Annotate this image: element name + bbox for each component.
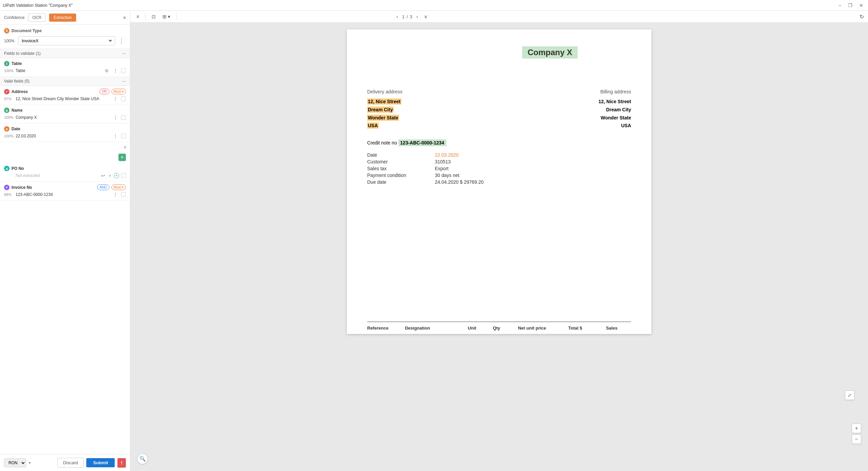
error-button[interactable]: ! [117,458,126,468]
restore-button[interactable]: ❐ [846,2,854,9]
po-no-undo-button[interactable]: ↩ [100,173,106,179]
page-separator: / [406,14,408,19]
info-val-due-date: 24.04.2020 $ 29769.20 [435,179,484,185]
tab-ocr[interactable]: OCR [28,14,46,22]
delivery-line2-highlight: Dream City [367,107,394,113]
tab-extraction[interactable]: Extraction [49,14,76,22]
table-field-name: Table [12,61,126,66]
delivery-line1-highlight: 12, Nice Street [367,98,401,105]
document-table-header: Reference Designation Unit Qty Net unit … [367,321,631,334]
col-reference: Reference [367,326,405,331]
info-row-sales-tax: Sales tax Export [367,166,499,171]
search-doc-button[interactable]: 🔍 [137,453,148,464]
info-key-due-date: Due date [367,179,435,185]
total-pages: 3 [410,14,412,19]
info-key-customer: Customer [367,159,435,164]
bottom-bar: RON USD EUR ▾ Discard Submit ! [0,454,130,471]
delivery-line3-highlight: Wonder State [367,115,399,121]
date-confidence: 100% [4,134,14,138]
confidence-label: Confidence [4,15,25,20]
toolbar-menu-button[interactable]: ≡ [134,13,141,20]
zoom-controls: ⤢ + − [852,424,861,444]
po-no-add-button[interactable]: + [108,173,112,179]
po-no-field-header: q PO No [4,166,126,171]
field-item-name: a Name 100% Company X ⋮ [0,105,130,124]
field-item-invoice-no: v Invoice No AND Must ▾ 98% 123-ABC-0000… [0,182,130,201]
doc-type-select[interactable]: InvoiceX Invoice Credit Note [18,36,115,45]
date-badge: o [4,126,9,132]
doc-type-more-button[interactable]: ⋮ [117,37,126,45]
next-page-button[interactable]: › [414,13,420,20]
valid-fields-header: Valid fields (5) — [0,77,130,86]
main-layout: Confidence OCR Extraction ≡ 0 Document T… [0,11,868,471]
valid-fields-dash: — [122,79,126,84]
po-no-checkbox[interactable] [121,173,126,178]
billing-line1: 12, Nice Street [512,98,631,106]
invoice-no-confidence: 98% [4,193,14,197]
zoom-out-button[interactable]: − [852,434,861,444]
address-checkbox[interactable] [121,96,126,101]
zoom-in-button[interactable]: + [852,424,861,433]
name-checkbox[interactable] [121,115,126,120]
delivery-line2: Dream City [367,106,486,114]
document-type-header: 0 Document Type [4,28,126,33]
page-expand-button[interactable]: ∨ [422,13,429,20]
table-grid-icon[interactable]: ⊞ [105,68,108,73]
billing-address-block: Billing address 12, Nice Street Dream Ci… [512,89,631,130]
credit-note-label: Credit note no [367,140,397,145]
info-val-customer: 310513 [435,159,451,164]
invoice-no-more-button[interactable]: ⋮ [112,192,119,198]
submit-button[interactable]: Submit [86,458,115,467]
col-total-s: Total $ [568,326,606,331]
info-row-payment: Payment condition 30 days net [367,173,499,178]
add-field-button[interactable]: + [118,154,126,161]
address-more-button[interactable]: ⋮ [112,96,119,102]
table-checkbox[interactable] [121,68,126,73]
currency-chevron: ▾ [29,461,31,465]
delivery-line1: 12, Nice Street [367,98,486,106]
info-key-date: Date [367,152,435,158]
document-area: Company X Delivery address 12, Nice Stre… [130,23,868,471]
prev-page-button[interactable]: ‹ [395,13,400,20]
address-value: 12, Nice Street Dream City Wonder State … [16,96,110,101]
document-type-section: 0 Document Type 100% InvoiceX Invoice Cr… [0,25,130,49]
credit-note-section: Credit note no 123-ABC-0000-1234 [367,140,631,145]
po-no-actions: ↩ + + [100,173,119,179]
info-val-date: 22.03.2020 [435,152,459,158]
toolbar-layout-button[interactable]: ⊞ ▾ [160,13,172,20]
doc-type-confidence: 100% [4,39,16,43]
info-row-customer: Customer 310513 [367,159,499,164]
discard-button[interactable]: Discard [57,458,84,468]
invoice-no-checkbox[interactable] [121,192,126,197]
name-more-button[interactable]: ⋮ [112,114,119,120]
minimize-button[interactable]: − [837,2,843,9]
expand-doc-button[interactable]: ⤢ [845,390,854,400]
name-value: Company X [16,115,110,120]
valid-fields-label: Valid fields (5) [4,79,29,84]
po-no-field-name: PO No [12,166,126,171]
delivery-address-lines: 12, Nice Street Dream City Wonder State … [367,98,486,130]
viewer-toolbar: ≡ ⊡ ⊞ ▾ ‹ 1 / 3 › ∨ ↻ [130,11,868,23]
address-value-row: 97% 12, Nice Street Dream City Wonder St… [4,96,126,102]
info-key-payment: Payment condition [367,173,435,178]
date-more-button[interactable]: ⋮ [112,133,119,139]
doc-type-badge: 0 [4,28,9,33]
currency-select[interactable]: RON USD EUR [4,458,26,467]
toolbar-divider-1 [145,13,146,20]
expand-fields-button[interactable]: ∨ [122,143,129,150]
po-no-value: Not extracted [16,173,98,178]
address-field-header: r Address OR Must ▾ [4,89,126,94]
toolbar-image-button[interactable]: ⊡ [150,13,158,20]
invoice-no-value-row: 98% 123-ABC-0000-1234 ⋮ [4,192,126,198]
filter-icon[interactable]: ≡ [123,15,126,20]
table-more-button[interactable]: ⋮ [112,68,119,74]
po-no-circle-add-button[interactable]: + [114,173,119,178]
date-checkbox[interactable] [121,134,126,138]
refresh-button[interactable]: ↻ [860,14,864,20]
field-item-address: r Address OR Must ▾ 97% 12, Nice Street … [0,86,130,105]
title-bar: UiPath Validation Station "Company X" − … [0,0,868,11]
col-sales: Sales [606,326,631,331]
close-button[interactable]: ✕ [857,2,865,9]
window-title: UiPath Validation Station "Company X" [3,3,72,8]
invoice-no-badge: v [4,185,9,190]
